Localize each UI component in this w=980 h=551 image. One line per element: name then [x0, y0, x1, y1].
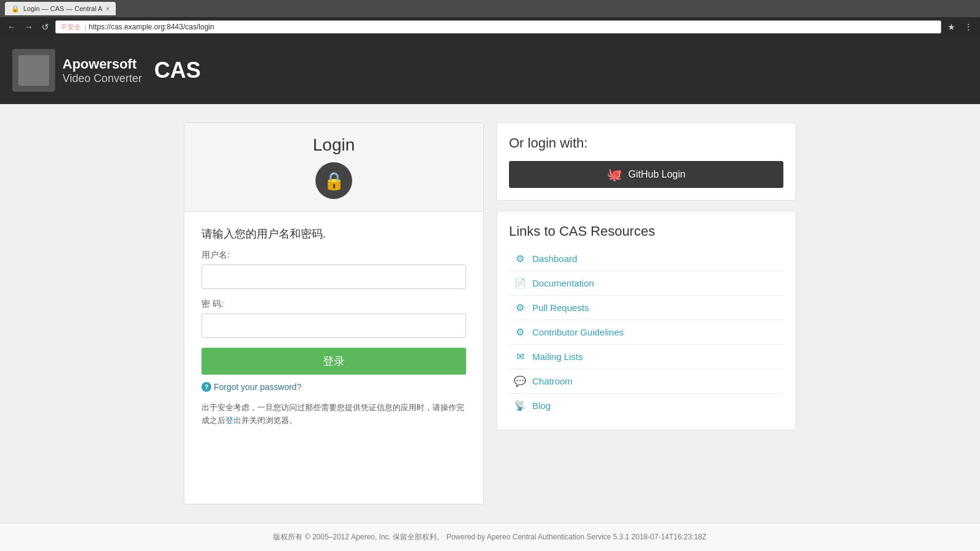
- resources-list: ⚙Dashboard📄Documentation⚙Pull Requests⚙C…: [509, 247, 783, 418]
- resource-link[interactable]: ⚙Contributor Guidelines: [509, 320, 783, 345]
- resource-label: Dashboard: [532, 253, 577, 264]
- login-header: Login 🔒: [184, 123, 483, 212]
- login-panel: Login 🔒 请输入您的用户名和密码. 用户名: 密 码: 登录 ? Forg…: [184, 122, 484, 504]
- brand-top: Apowersoft: [62, 56, 142, 72]
- resource-label: Chatroom: [532, 376, 573, 386]
- resource-label: Mailing Lists: [532, 351, 583, 362]
- cas-icon-inner: [18, 55, 49, 86]
- resource-link[interactable]: 💬Chatroom: [509, 369, 783, 394]
- resource-icon: ✉: [514, 351, 526, 362]
- resource-link[interactable]: ✉Mailing Lists: [509, 345, 783, 369]
- resource-link[interactable]: ⚙Pull Requests: [509, 296, 783, 320]
- address-bar[interactable]: 不安全 | https://cas.example.org:8443/cas/l…: [55, 20, 941, 34]
- insecure-label: 不安全: [61, 23, 81, 32]
- cas-icon: [12, 49, 55, 92]
- address-bar-row: ← → ↺ 不安全 | https://cas.example.org:8443…: [0, 17, 980, 37]
- resource-link[interactable]: 📄Documentation: [509, 271, 783, 296]
- github-icon: 🐙: [607, 167, 622, 182]
- resource-link[interactable]: 📡Blog: [509, 394, 783, 418]
- or-login-title: Or login with:: [509, 135, 783, 151]
- tab-close-button[interactable]: ×: [106, 6, 110, 12]
- resource-link[interactable]: ⚙Dashboard: [509, 247, 783, 271]
- resource-icon: 💬: [514, 375, 526, 387]
- back-button[interactable]: ←: [5, 21, 18, 33]
- cas-header: Apowersoft Video Converter CAS: [0, 37, 980, 104]
- github-btn-label: GitHub Login: [628, 169, 685, 180]
- main-content: Login 🔒 请输入您的用户名和密码. 用户名: 密 码: 登录 ? Forg…: [0, 104, 980, 523]
- browser-tab[interactable]: 🔒 Login — CAS — Central A ×: [5, 2, 116, 15]
- resource-label: Blog: [532, 400, 551, 411]
- login-button[interactable]: 登录: [202, 348, 466, 375]
- cas-logo: Apowersoft Video Converter: [12, 49, 142, 92]
- right-panel: Or login with: 🐙 GitHub Login Links to C…: [496, 122, 796, 504]
- form-intro: 请输入您的用户名和密码.: [202, 227, 466, 241]
- resource-icon: ⚙: [514, 302, 526, 313]
- resource-icon: ⚙: [514, 326, 526, 338]
- cas-label-container: CAS: [154, 58, 201, 83]
- tab-label: Login — CAS — Central A: [23, 5, 102, 12]
- lock-icon: 🔒: [315, 162, 352, 199]
- cas-label: CAS: [154, 58, 201, 83]
- resource-label: Documentation: [532, 278, 594, 288]
- resource-label: Pull Requests: [532, 302, 589, 313]
- or-login-box: Or login with: 🐙 GitHub Login: [496, 122, 796, 201]
- logout-link[interactable]: 登出: [225, 416, 241, 425]
- forgot-password-link[interactable]: ? Forgot your password?: [202, 382, 466, 392]
- question-icon: ?: [202, 382, 211, 392]
- resource-icon: 📡: [514, 400, 526, 411]
- resource-icon: 📄: [514, 277, 526, 289]
- login-title: Login: [313, 135, 355, 155]
- login-form: 请输入您的用户名和密码. 用户名: 密 码: 登录 ? Forgot your …: [184, 212, 483, 442]
- refresh-button[interactable]: ↺: [39, 21, 51, 33]
- username-input[interactable]: [202, 264, 466, 289]
- brand-bottom: Video Converter: [62, 72, 142, 85]
- separator: |: [85, 23, 86, 31]
- security-note: 出于安全考虑，一旦您访问过那些需要您提供凭证信息的应用时，请操作完成之后登出并关…: [202, 402, 466, 427]
- resource-icon: ⚙: [514, 253, 526, 264]
- menu-button[interactable]: ⋮: [962, 21, 975, 33]
- github-login-button[interactable]: 🐙 GitHub Login: [509, 161, 783, 188]
- cas-logo-text: Apowersoft Video Converter: [62, 56, 142, 85]
- footer-text: 版权所有 © 2005–2012 Apereo, Inc. 保留全部权利。 Po…: [273, 533, 706, 541]
- username-label: 用户名:: [202, 250, 466, 261]
- bookmark-button[interactable]: ★: [945, 21, 958, 33]
- security-note-suffix: 并关闭浏览器。: [241, 416, 297, 425]
- tab-favicon: 🔒: [11, 5, 20, 13]
- browser-tab-bar: 🔒 Login — CAS — Central A ×: [0, 0, 980, 17]
- resource-label: Contributor Guidelines: [532, 327, 624, 337]
- footer: 版权所有 © 2005–2012 Apereo, Inc. 保留全部权利。 Po…: [0, 523, 980, 551]
- forward-button[interactable]: →: [22, 21, 36, 33]
- password-label: 密 码:: [202, 299, 466, 310]
- url-display: https://cas.example.org:8443/cas/login: [89, 23, 214, 31]
- cas-resources-box: Links to CAS Resources ⚙Dashboard📄Docume…: [496, 211, 796, 430]
- cas-resources-title: Links to CAS Resources: [509, 223, 783, 239]
- forgot-label: Forgot your password?: [214, 382, 301, 392]
- password-input[interactable]: [202, 313, 466, 338]
- lock-symbol: 🔒: [323, 171, 345, 191]
